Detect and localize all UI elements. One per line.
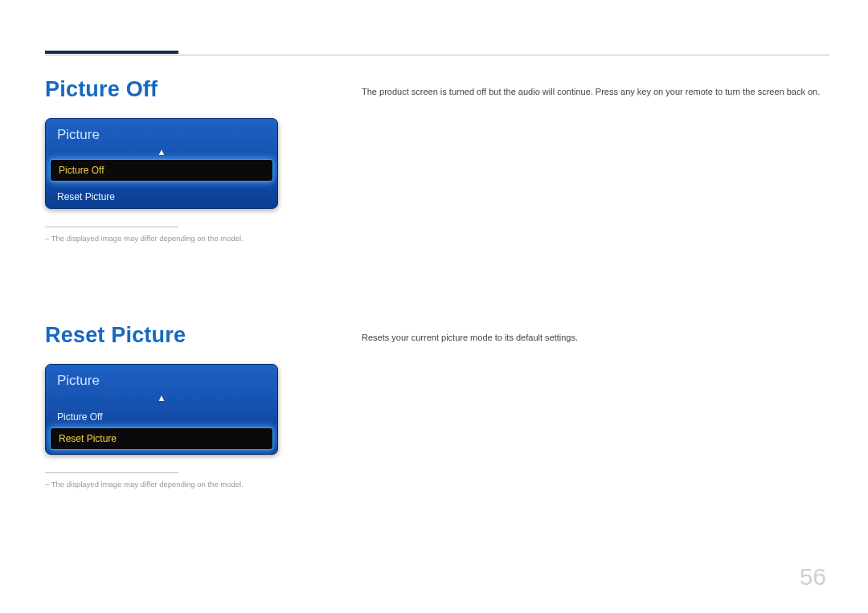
menu2-title: Picture <box>46 365 277 392</box>
menu2-item-reset-picture[interactable]: Reset Picture <box>51 428 272 449</box>
page-number: 56 <box>800 563 826 591</box>
top-accent <box>45 51 178 54</box>
section2-heading: Reset Picture <box>45 323 362 348</box>
picture-menu-2: Picture ▲ Picture Off Reset Picture <box>45 364 278 455</box>
content: Picture Off Picture ▲ Picture Off Reset … <box>45 77 829 488</box>
chevron-up-icon: ▲ <box>46 146 277 160</box>
note1: The displayed image may differ depending… <box>45 234 362 243</box>
menu1-title: Picture <box>46 119 277 146</box>
section1-left: Picture Off Picture ▲ Picture Off Reset … <box>45 77 362 243</box>
picture-menu-1: Picture ▲ Picture Off Reset Picture <box>45 118 278 209</box>
menu1-item-reset-picture[interactable]: Reset Picture <box>46 186 277 208</box>
section1-heading: Picture Off <box>45 77 362 102</box>
section-reset-picture: Reset Picture Picture ▲ Picture Off Rese… <box>45 323 829 488</box>
note2: The displayed image may differ depending… <box>45 480 362 488</box>
section1-description: The product screen is turned off but the… <box>362 77 829 99</box>
section-gap <box>45 243 829 323</box>
menu2-item-picture-off[interactable]: Picture Off <box>46 406 277 428</box>
menu1-item-picture-off[interactable]: Picture Off <box>51 160 272 181</box>
manual-page: Picture Off Picture ▲ Picture Off Reset … <box>0 0 868 613</box>
top-rule <box>45 55 829 55</box>
section-picture-off: Picture Off Picture ▲ Picture Off Reset … <box>45 77 829 243</box>
section2-description: Resets your current picture mode to its … <box>362 323 829 345</box>
section2-left: Reset Picture Picture ▲ Picture Off Rese… <box>45 323 362 488</box>
note2-sep <box>45 472 178 473</box>
chevron-up-icon: ▲ <box>46 392 277 406</box>
note1-sep <box>45 227 178 227</box>
